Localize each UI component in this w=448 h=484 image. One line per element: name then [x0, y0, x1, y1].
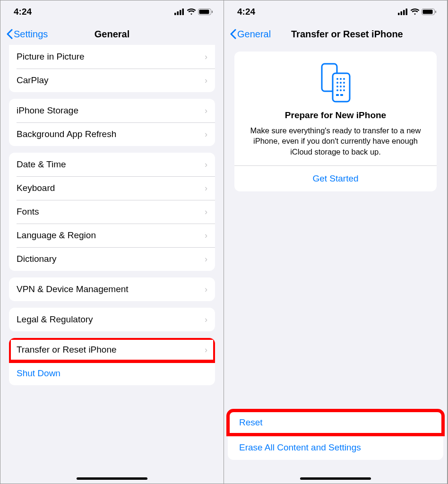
- svg-point-25: [336, 89, 338, 91]
- card-description: Make sure everything's ready to transfer…: [244, 125, 427, 157]
- status-icons: [174, 9, 213, 15]
- status-time: 4:24: [237, 7, 255, 17]
- chevron-right-icon: ›: [205, 207, 207, 217]
- chevron-right-icon: ›: [205, 231, 207, 241]
- chevron-right-icon: ›: [205, 254, 207, 264]
- svg-rect-2: [180, 10, 181, 15]
- svg-rect-7: [398, 13, 400, 15]
- phone-right: 4:24 General Transfer or Reset iPhone: [224, 0, 448, 484]
- svg-rect-10: [406, 9, 408, 15]
- nav-header: General Transfer or Reset iPhone: [224, 23, 447, 45]
- bottom-actions: Reset Erase All Content and Settings: [224, 410, 447, 484]
- svg-rect-0: [174, 13, 176, 15]
- svg-rect-15: [333, 73, 350, 102]
- row-label: Picture in Picture: [17, 52, 201, 62]
- wifi-icon: [187, 9, 196, 15]
- svg-point-26: [340, 89, 342, 91]
- chevron-right-icon: ›: [205, 106, 207, 116]
- chevron-left-icon: [230, 29, 236, 39]
- row-label: Language & Region: [17, 230, 201, 241]
- settings-group: Legal & Regulatory›: [9, 308, 215, 331]
- back-label: General: [237, 29, 271, 40]
- back-button[interactable]: General: [230, 29, 271, 40]
- row-transfer-reset[interactable]: Transfer or Reset iPhone›: [9, 338, 215, 362]
- settings-group: Transfer or Reset iPhone› Shut Down: [9, 338, 215, 385]
- svg-point-23: [340, 86, 342, 87]
- nav-title: General: [0, 23, 224, 45]
- row-label: Dictionary: [17, 254, 201, 264]
- wifi-icon: [410, 9, 420, 15]
- status-time: 4:24: [14, 7, 32, 17]
- settings-content: Picture in Picture› CarPlay› iPhone Stor…: [0, 45, 224, 484]
- chevron-right-icon: ›: [205, 76, 207, 86]
- erase-all-button[interactable]: Erase All Content and Settings: [228, 435, 443, 460]
- svg-rect-5: [199, 10, 209, 14]
- row-label: Legal & Regulatory: [17, 314, 201, 325]
- phone-left: 4:24 Settings General Picture in Picture…: [0, 0, 224, 484]
- svg-rect-29: [340, 94, 343, 96]
- svg-point-19: [336, 82, 338, 84]
- get-started-button[interactable]: Get Started: [244, 166, 427, 191]
- settings-group: VPN & Device Management›: [9, 277, 215, 301]
- reset-button[interactable]: Reset: [228, 410, 443, 435]
- chevron-right-icon: ›: [205, 130, 207, 139]
- svg-point-21: [343, 82, 345, 84]
- card-title: Prepare for New iPhone: [244, 110, 427, 121]
- svg-point-22: [336, 86, 338, 87]
- svg-point-27: [343, 89, 345, 91]
- row-fonts[interactable]: Fonts›: [9, 200, 215, 224]
- row-label: Shut Down: [17, 368, 207, 379]
- svg-rect-12: [423, 10, 433, 14]
- svg-rect-1: [177, 11, 179, 15]
- row-label: Keyboard: [17, 183, 201, 193]
- svg-point-18: [343, 78, 345, 80]
- row-background-app-refresh[interactable]: Background App Refresh›: [9, 122, 215, 146]
- home-indicator: [77, 477, 147, 480]
- svg-point-16: [336, 78, 338, 80]
- svg-rect-6: [212, 11, 213, 13]
- row-vpn-device-mgmt[interactable]: VPN & Device Management›: [9, 277, 215, 301]
- status-bar: 4:24: [0, 0, 224, 23]
- row-shut-down[interactable]: Shut Down: [9, 362, 215, 385]
- row-label: Background App Refresh: [17, 129, 201, 139]
- chevron-right-icon: ›: [205, 345, 207, 355]
- nav-title: Transfer or Reset iPhone: [291, 23, 403, 45]
- chevron-right-icon: ›: [205, 52, 207, 62]
- svg-rect-9: [403, 10, 405, 15]
- svg-rect-28: [336, 94, 339, 96]
- row-date-time[interactable]: Date & Time›: [9, 153, 215, 176]
- cellular-icon: [398, 9, 408, 15]
- svg-point-20: [340, 82, 342, 84]
- settings-group: Picture in Picture› CarPlay›: [9, 45, 215, 92]
- chevron-right-icon: ›: [205, 160, 207, 170]
- phones-icon: [319, 62, 353, 104]
- row-carplay[interactable]: CarPlay›: [9, 69, 215, 92]
- row-picture-in-picture[interactable]: Picture in Picture›: [9, 45, 215, 69]
- status-bar: 4:24: [224, 0, 447, 23]
- prepare-card: Prepare for New iPhone Make sure everyth…: [234, 52, 437, 191]
- row-legal-regulatory[interactable]: Legal & Regulatory›: [9, 308, 215, 331]
- row-dictionary[interactable]: Dictionary›: [9, 247, 215, 271]
- chevron-right-icon: ›: [205, 315, 207, 325]
- row-iphone-storage[interactable]: iPhone Storage›: [9, 99, 215, 122]
- row-label: CarPlay: [17, 75, 201, 86]
- svg-rect-8: [401, 11, 403, 15]
- row-label: Fonts: [17, 207, 201, 217]
- nav-header: Settings General: [0, 23, 224, 45]
- row-label: iPhone Storage: [17, 105, 201, 116]
- row-label: VPN & Device Management: [17, 284, 201, 294]
- settings-group: iPhone Storage› Background App Refresh›: [9, 99, 215, 146]
- settings-group: Date & Time› Keyboard› Fonts› Language &…: [9, 153, 215, 271]
- chevron-right-icon: ›: [205, 183, 207, 193]
- svg-point-24: [343, 86, 345, 87]
- status-icons: [398, 9, 437, 15]
- chevron-right-icon: ›: [205, 285, 207, 294]
- row-language-region[interactable]: Language & Region›: [9, 224, 215, 247]
- battery-icon: [422, 9, 437, 15]
- row-label: Date & Time: [17, 159, 201, 170]
- svg-rect-3: [182, 9, 184, 15]
- row-keyboard[interactable]: Keyboard›: [9, 176, 215, 200]
- row-label: Transfer or Reset iPhone: [17, 345, 201, 355]
- battery-icon: [198, 9, 213, 15]
- home-indicator: [300, 477, 371, 480]
